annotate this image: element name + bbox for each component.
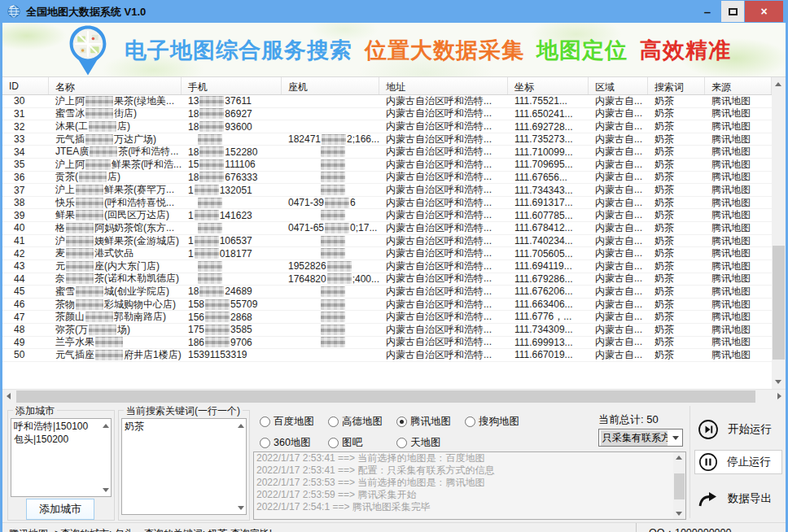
log-output[interactable]: 2022/1/17 2:53:41 ==> 当前选择的地图是：百度地图2022/… [253,451,686,520]
radio-icon [260,416,270,427]
hscroll-thumb[interactable] [16,390,755,403]
table-row[interactable]: 42麦港式饮品1018177内蒙古自治区呼和浩特...111.705605...… [2,247,772,260]
city-list-input[interactable]: 呼和浩特|150100 包头|150200 [11,418,112,497]
log-scrollbar[interactable] [673,452,685,519]
redaction-mosaic [89,325,116,335]
col-coordinate[interactable]: 坐标 [508,77,589,94]
radio-map-option-1[interactable]: 高德地图 [328,411,396,432]
table-row[interactable]: 38快乐(呼和浩特喜悦...0471-396内蒙古自治区呼和浩特...111.6… [2,197,772,210]
redaction-mosaic [321,172,345,182]
start-run-button[interactable]: 开始运行 [694,416,782,443]
radio-map-option-2[interactable]: 腾讯地图 [396,411,465,432]
cell-address: 内蒙古自治区呼和浩特... [379,349,508,361]
redaction-mosaic [195,210,219,220]
cell-keyword: 奶茶 [648,172,705,184]
table-row[interactable]: 37沪上鲜果茶(赛罕万...1132051内蒙古自治区呼和浩特...111.73… [2,184,772,197]
redaction-mosaic [66,223,94,233]
col-address[interactable]: 地址 [379,77,508,94]
cell-source: 腾讯地图 [705,349,772,361]
table-row[interactable]: 50元气插座府井店1楼店)15391153319内蒙古自治区呼和浩特...111… [2,349,772,362]
table-row[interactable]: 40格阿妈奶茶馆(东方...0471-650;17...内蒙古自治区呼和浩特..… [2,222,772,235]
cell-mobile: 1893600 [182,120,282,133]
table-row[interactable]: 35沪上阿鲜果茶(呼和浩...15111106内蒙古自治区呼和浩特...111.… [2,159,772,172]
cell-region: 内蒙古自... [589,260,648,273]
vscroll-thumb[interactable] [773,246,785,360]
radio-map-option-5[interactable]: 图吧 [328,432,396,453]
redaction-mosaic [90,146,117,157]
table-row[interactable]: 43元座(内大东门店)1952826内蒙古自治区呼和浩特...111.69411… [2,260,772,273]
table-row[interactable]: 41沪姨鲜果茶(金游城店)1106537内蒙古自治区呼和浩特...111.740… [2,235,772,248]
cell-mobile: 1018177 [182,247,282,259]
cell-id: 40 [2,222,49,234]
table-header: ID 名称 手机 座机 地址 坐标 区域 搜索词 来源 [2,77,772,95]
radio-map-option-4[interactable]: 360地图 [260,432,328,453]
maximize-button[interactable] [721,1,744,22]
redaction-mosaic [66,236,94,246]
table-row[interactable]: 33元气插万达广场)1824712;166...内蒙古自治区呼和浩特...111… [2,133,772,146]
table-row[interactable]: 36贡茶(店)18676333内蒙古自治区呼和浩特...111.67656...… [2,172,772,185]
minimize-button[interactable]: – [695,1,720,22]
cell-mobile: 1824689 [182,286,282,298]
table-row[interactable]: 49兰亭水果1869706内蒙古自治区呼和浩特...111.699913...内… [2,337,772,350]
col-keyword[interactable]: 搜索词 [648,77,705,94]
log-scroll-thumb[interactable] [674,473,685,499]
col-mobile[interactable]: 手机 [182,77,282,94]
keywords-scroll-up-icon[interactable] [238,424,244,428]
table-row[interactable]: 44奈茶(诺和木勒凯德店)1764820;400...内蒙古自治区呼和浩特...… [2,273,772,286]
cell-landline [282,172,379,184]
titlebar[interactable]: 全国地图大数据系统 V1.0 – × [0,0,788,23]
data-export-button[interactable]: 数据导出 [694,486,782,512]
redaction-mosaic [195,185,219,195]
table-row[interactable]: 46茶物彩城购物中心店)15855709内蒙古自治区呼和浩特...111.663… [2,299,772,312]
redaction-mosaic [321,325,345,335]
cell-id: 35 [2,159,49,171]
cell-source: 腾讯地图 [705,120,772,133]
radio-map-option-6[interactable]: 天地图 [396,432,465,453]
log-scroll-up-icon[interactable] [676,456,682,460]
col-region[interactable]: 区域 [589,77,648,94]
table-row[interactable]: 47茶颜山郭勒南路店)1562868内蒙古自治区呼和浩特...111.6776，… [2,311,772,324]
radio-map-option-3[interactable]: 搜狗地图 [465,411,533,432]
keywords-scroll-down-icon[interactable] [238,506,244,510]
cell-name: 麦港式饮品 [49,247,182,259]
redaction-mosaic [89,121,116,132]
stop-run-button[interactable]: 停止运行 [694,450,782,474]
cell-region: 内蒙古自... [589,95,648,107]
table-row[interactable]: 30沪上阿果茶(绿地美...1337611内蒙古自治区呼和浩特...111.75… [2,95,772,108]
scroll-left-icon[interactable] [7,393,11,399]
keywords-input[interactable]: 奶茶 [121,418,247,515]
col-landline[interactable]: 座机 [282,77,379,94]
city-scroll-up-icon[interactable] [103,424,109,428]
cell-region: 内蒙古自... [589,172,648,184]
cell-address: 内蒙古自治区呼和浩特... [379,324,508,336]
cell-region: 内蒙古自... [589,273,648,286]
scroll-down-icon[interactable] [775,380,781,384]
cell-address: 内蒙古自治区呼和浩特... [379,235,508,247]
collect-filter-select[interactable]: 只采集有联系方 [598,429,683,447]
radio-icon [396,416,407,427]
close-button[interactable]: × [745,1,783,22]
table-row[interactable]: 45蜜雪城(创业学院店)1824689内蒙古自治区呼和浩特...111.6762… [2,286,772,299]
cell-mobile [182,260,282,273]
table-vertical-scrollbar[interactable] [772,77,786,389]
add-city-button[interactable]: 添加城市 [26,499,94,520]
city-scroll-down-icon[interactable] [103,488,109,492]
table-row[interactable]: 48弥茶(万场)1753585内蒙古自治区呼和浩特...111.734309..… [2,324,772,337]
scroll-right-icon[interactable] [777,393,781,399]
radio-map-option-0[interactable]: 百度地图 [260,411,328,432]
cell-address: 内蒙古自治区呼和浩特... [379,108,508,120]
redaction-mosaic [198,198,222,208]
table-row[interactable]: 32沐果(工店)1893600内蒙古自治区呼和浩特...111.692728..… [2,120,772,133]
col-source[interactable]: 来源 [705,77,772,94]
table-horizontal-scrollbar[interactable] [2,389,786,403]
cell-id: 44 [2,273,49,286]
col-id[interactable]: ID [2,77,49,94]
col-name[interactable]: 名称 [49,77,182,94]
table-row[interactable]: 39鲜果(回民区万达店)1141623内蒙古自治区呼和浩特...111.6077… [2,209,772,222]
scroll-up-icon[interactable] [775,82,781,86]
cell-landline [282,235,379,247]
data-table[interactable]: 30沪上阿果茶(绿地美...1337611内蒙古自治区呼和浩特...111.75… [2,95,772,389]
table-row[interactable]: 34JTEA廣茶(呼和浩特...18152280内蒙古自治区呼和浩特...111… [2,146,772,159]
table-row[interactable]: 31蜜雪冰街店)1886927内蒙古自治区呼和浩特...111.650241..… [2,108,772,121]
log-scroll-down-icon[interactable] [676,512,682,516]
